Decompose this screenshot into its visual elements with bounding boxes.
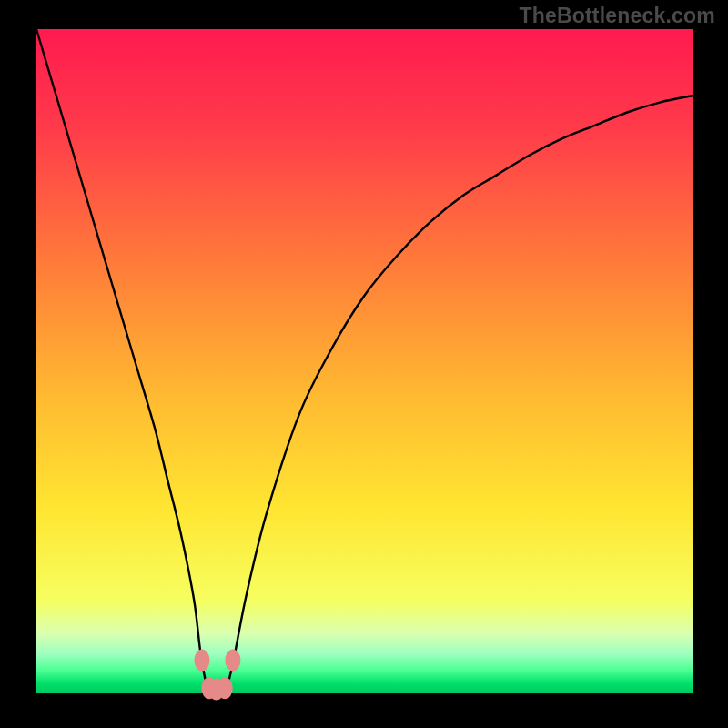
curve-marker [225,650,240,672]
curve-marker [194,650,209,672]
chart-stage: TheBottleneck.com [0,0,728,728]
bottleneck-chart [0,0,728,728]
watermark-text: TheBottleneck.com [519,4,715,28]
curve-marker [217,677,233,699]
